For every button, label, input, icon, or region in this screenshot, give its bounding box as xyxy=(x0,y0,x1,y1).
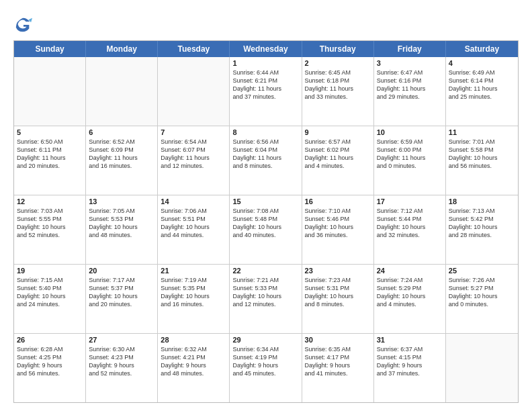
cell-info: Sunrise: 7:24 AM Sunset: 5:29 PM Dayligh… xyxy=(377,276,443,309)
calendar: SundayMondayTuesdayWednesdayThursdayFrid… xyxy=(13,40,519,403)
day-number: 28 xyxy=(161,336,226,344)
day-number: 10 xyxy=(377,128,443,136)
day-number: 7 xyxy=(161,128,226,136)
day-number: 27 xyxy=(89,336,154,344)
calendar-header-row: SundayMondayTuesdayWednesdayThursdayFrid… xyxy=(14,41,518,57)
cell-info: Sunrise: 6:52 AM Sunset: 6:09 PM Dayligh… xyxy=(89,138,154,171)
calendar-cell: 5Sunrise: 6:50 AM Sunset: 6:11 PM Daylig… xyxy=(14,126,86,195)
calendar-header-cell: Monday xyxy=(86,41,158,57)
cell-info: Sunrise: 6:56 AM Sunset: 6:04 PM Dayligh… xyxy=(232,138,298,171)
calendar-header-cell: Tuesday xyxy=(158,41,230,57)
cell-info: Sunrise: 7:23 AM Sunset: 5:31 PM Dayligh… xyxy=(305,276,371,309)
calendar-cell: 14Sunrise: 7:06 AM Sunset: 5:51 PM Dayli… xyxy=(158,195,230,264)
header xyxy=(13,12,519,34)
calendar-header-cell: Wednesday xyxy=(230,41,302,57)
cell-info: Sunrise: 6:30 AM Sunset: 4:23 PM Dayligh… xyxy=(89,345,154,378)
calendar-cell: 4Sunrise: 6:49 AM Sunset: 6:14 PM Daylig… xyxy=(446,57,518,126)
day-number: 15 xyxy=(232,197,298,205)
day-number: 31 xyxy=(377,336,443,344)
calendar-cell: 20Sunrise: 7:17 AM Sunset: 5:37 PM Dayli… xyxy=(86,265,158,333)
cell-info: Sunrise: 6:32 AM Sunset: 4:21 PM Dayligh… xyxy=(161,345,226,378)
calendar-row: 19Sunrise: 7:15 AM Sunset: 5:40 PM Dayli… xyxy=(14,264,518,333)
day-number: 26 xyxy=(17,336,83,344)
cell-info: Sunrise: 7:06 AM Sunset: 5:51 PM Dayligh… xyxy=(161,207,226,240)
calendar-header-cell: Friday xyxy=(374,41,446,57)
calendar-cell: 12Sunrise: 7:03 AM Sunset: 5:55 PM Dayli… xyxy=(14,195,86,264)
calendar-cell: 16Sunrise: 7:10 AM Sunset: 5:46 PM Dayli… xyxy=(302,195,374,264)
calendar-cell: 29Sunrise: 6:34 AM Sunset: 4:19 PM Dayli… xyxy=(230,334,302,402)
cell-info: Sunrise: 7:13 AM Sunset: 5:42 PM Dayligh… xyxy=(449,207,515,240)
day-number: 3 xyxy=(377,59,443,67)
day-number: 24 xyxy=(377,267,443,275)
day-number: 20 xyxy=(89,267,154,275)
day-number: 21 xyxy=(161,267,226,275)
calendar-cell xyxy=(158,57,230,126)
calendar-cell: 11Sunrise: 7:01 AM Sunset: 5:58 PM Dayli… xyxy=(446,126,518,195)
calendar-header-cell: Saturday xyxy=(446,41,518,57)
cell-info: Sunrise: 7:12 AM Sunset: 5:44 PM Dayligh… xyxy=(377,207,443,240)
calendar-cell: 9Sunrise: 6:57 AM Sunset: 6:02 PM Daylig… xyxy=(302,126,374,195)
cell-info: Sunrise: 7:10 AM Sunset: 5:46 PM Dayligh… xyxy=(305,207,371,240)
day-number: 11 xyxy=(449,128,515,136)
calendar-cell: 17Sunrise: 7:12 AM Sunset: 5:44 PM Dayli… xyxy=(374,195,446,264)
calendar-page: SundayMondayTuesdayWednesdayThursdayFrid… xyxy=(0,0,532,411)
calendar-cell: 30Sunrise: 6:35 AM Sunset: 4:17 PM Dayli… xyxy=(302,334,374,402)
cell-info: Sunrise: 6:59 AM Sunset: 6:00 PM Dayligh… xyxy=(377,138,443,171)
cell-info: Sunrise: 6:47 AM Sunset: 6:16 PM Dayligh… xyxy=(377,68,443,101)
cell-info: Sunrise: 6:49 AM Sunset: 6:14 PM Dayligh… xyxy=(449,68,515,101)
day-number: 13 xyxy=(89,197,154,205)
day-number: 14 xyxy=(161,197,226,205)
calendar-cell: 24Sunrise: 7:24 AM Sunset: 5:29 PM Dayli… xyxy=(374,265,446,333)
calendar-header-cell: Sunday xyxy=(14,41,86,57)
day-number: 18 xyxy=(449,197,515,205)
cell-info: Sunrise: 7:17 AM Sunset: 5:37 PM Dayligh… xyxy=(89,276,154,309)
calendar-cell: 13Sunrise: 7:05 AM Sunset: 5:53 PM Dayli… xyxy=(86,195,158,264)
calendar-cell: 26Sunrise: 6:28 AM Sunset: 4:25 PM Dayli… xyxy=(14,334,86,402)
day-number: 29 xyxy=(232,336,298,344)
day-number: 5 xyxy=(17,128,83,136)
calendar-row: 1Sunrise: 6:44 AM Sunset: 6:21 PM Daylig… xyxy=(14,57,518,126)
calendar-cell: 2Sunrise: 6:45 AM Sunset: 6:18 PM Daylig… xyxy=(302,57,374,126)
calendar-row: 5Sunrise: 6:50 AM Sunset: 6:11 PM Daylig… xyxy=(14,126,518,195)
calendar-cell: 6Sunrise: 6:52 AM Sunset: 6:09 PM Daylig… xyxy=(86,126,158,195)
calendar-cell: 28Sunrise: 6:32 AM Sunset: 4:21 PM Dayli… xyxy=(158,334,230,402)
cell-info: Sunrise: 6:50 AM Sunset: 6:11 PM Dayligh… xyxy=(17,138,83,171)
calendar-cell: 7Sunrise: 6:54 AM Sunset: 6:07 PM Daylig… xyxy=(158,126,230,195)
day-number: 19 xyxy=(17,267,83,275)
cell-info: Sunrise: 6:28 AM Sunset: 4:25 PM Dayligh… xyxy=(17,345,83,378)
logo xyxy=(13,15,34,34)
day-number: 4 xyxy=(449,59,515,67)
calendar-cell: 31Sunrise: 6:37 AM Sunset: 4:15 PM Dayli… xyxy=(374,334,446,402)
day-number: 30 xyxy=(305,336,371,344)
calendar-cell: 25Sunrise: 7:26 AM Sunset: 5:27 PM Dayli… xyxy=(446,265,518,333)
logo-icon xyxy=(13,15,32,34)
calendar-cell xyxy=(446,334,518,402)
calendar-header-cell: Thursday xyxy=(302,41,374,57)
cell-info: Sunrise: 6:35 AM Sunset: 4:17 PM Dayligh… xyxy=(305,345,371,378)
calendar-body: 1Sunrise: 6:44 AM Sunset: 6:21 PM Daylig… xyxy=(14,57,518,402)
calendar-cell: 3Sunrise: 6:47 AM Sunset: 6:16 PM Daylig… xyxy=(374,57,446,126)
cell-info: Sunrise: 7:15 AM Sunset: 5:40 PM Dayligh… xyxy=(17,276,83,309)
cell-info: Sunrise: 6:34 AM Sunset: 4:19 PM Dayligh… xyxy=(232,345,298,378)
day-number: 16 xyxy=(305,197,371,205)
cell-info: Sunrise: 7:19 AM Sunset: 5:35 PM Dayligh… xyxy=(161,276,226,309)
cell-info: Sunrise: 7:05 AM Sunset: 5:53 PM Dayligh… xyxy=(89,207,154,240)
day-number: 25 xyxy=(449,267,515,275)
day-number: 23 xyxy=(305,267,371,275)
day-number: 12 xyxy=(17,197,83,205)
cell-info: Sunrise: 6:45 AM Sunset: 6:18 PM Dayligh… xyxy=(305,68,371,101)
day-number: 8 xyxy=(232,128,298,136)
day-number: 6 xyxy=(89,128,154,136)
cell-info: Sunrise: 6:37 AM Sunset: 4:15 PM Dayligh… xyxy=(377,345,443,378)
cell-info: Sunrise: 7:08 AM Sunset: 5:48 PM Dayligh… xyxy=(232,207,298,240)
calendar-cell: 27Sunrise: 6:30 AM Sunset: 4:23 PM Dayli… xyxy=(86,334,158,402)
calendar-cell: 10Sunrise: 6:59 AM Sunset: 6:00 PM Dayli… xyxy=(374,126,446,195)
day-number: 22 xyxy=(232,267,298,275)
calendar-cell: 22Sunrise: 7:21 AM Sunset: 5:33 PM Dayli… xyxy=(230,265,302,333)
cell-info: Sunrise: 7:01 AM Sunset: 5:58 PM Dayligh… xyxy=(449,138,515,171)
day-number: 2 xyxy=(305,59,371,67)
calendar-cell: 8Sunrise: 6:56 AM Sunset: 6:04 PM Daylig… xyxy=(230,126,302,195)
calendar-cell: 21Sunrise: 7:19 AM Sunset: 5:35 PM Dayli… xyxy=(158,265,230,333)
calendar-cell xyxy=(14,57,86,126)
day-number: 1 xyxy=(232,59,298,67)
